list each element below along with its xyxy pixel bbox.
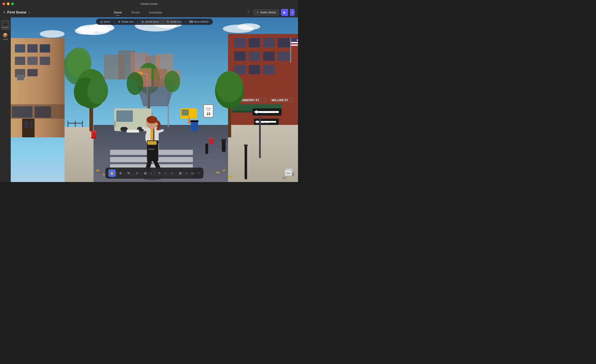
- mouse-icon-1: 🖱: [118, 20, 121, 23]
- svg-text:Y: Y: [283, 175, 283, 176]
- snap-tool-button[interactable]: ⌖: [156, 169, 163, 177]
- sidebar-item-explorer[interactable]: 🗂 Explorer: [1, 19, 10, 30]
- maximize-button[interactable]: [11, 2, 14, 5]
- separator-4: [185, 20, 185, 23]
- tab-terrain[interactable]: Terrain: [127, 9, 144, 15]
- svg-point-81: [103, 174, 105, 175]
- transform-tool-group: ⊕ ▾: [142, 169, 153, 177]
- control-rotate[interactable]: 🖱 Rotate view: [118, 20, 134, 23]
- move-label: Move (WASD): [194, 21, 209, 23]
- rotate-label: Rotate view: [122, 21, 134, 23]
- viewport[interactable]: CRANBERRY ST WILLOW ST: [11, 17, 298, 182]
- scale-tool-button[interactable]: ⤢: [133, 169, 141, 177]
- svg-rect-23: [27, 44, 38, 52]
- scene-title: First Scene: [7, 10, 26, 15]
- svg-point-80: [96, 169, 99, 171]
- svg-rect-36: [12, 106, 32, 118]
- frame-tool-button[interactable]: ▭: [189, 169, 196, 177]
- transform-tool-dropdown[interactable]: ▾: [149, 169, 153, 177]
- svg-rect-29: [27, 69, 38, 76]
- svg-text:SPEED: SPEED: [206, 107, 211, 109]
- control-pan[interactable]: 🖱 (Hold) Pan: [166, 20, 181, 23]
- svg-text:Z: Z: [285, 176, 286, 177]
- tab-gameplay[interactable]: Gameplay: [145, 9, 166, 15]
- svg-rect-33: [24, 121, 28, 128]
- cursor-icon: ◎: [100, 20, 103, 23]
- svg-rect-48: [278, 38, 290, 47]
- svg-rect-158: [205, 144, 208, 154]
- svg-rect-130: [259, 117, 261, 158]
- svg-text:Right: Right: [292, 173, 294, 176]
- svg-rect-22: [15, 44, 25, 52]
- svg-rect-106: [127, 130, 139, 132]
- chevron-down-icon[interactable]: ∨: [29, 11, 30, 14]
- svg-point-149: [216, 71, 243, 102]
- play-button[interactable]: ▶: [281, 9, 288, 16]
- svg-rect-59: [291, 42, 298, 43]
- svg-rect-50: [249, 51, 260, 61]
- help-button[interactable]: ?: [246, 9, 251, 15]
- svg-rect-47: [263, 38, 275, 47]
- control-zoom[interactable]: 🖱 (Scroll) Zoom: [141, 20, 159, 23]
- minimize-button[interactable]: [7, 2, 9, 5]
- svg-rect-55: [263, 65, 275, 74]
- mouse-icon-2: 🖱: [141, 20, 144, 23]
- control-select[interactable]: ◎ Select: [100, 20, 110, 23]
- svg-line-168: [283, 177, 285, 179]
- window-title: Yahaha Studio: [140, 2, 158, 5]
- svg-rect-46: [249, 38, 260, 47]
- svg-rect-41: [68, 123, 83, 124]
- asset-library-label: Asset Library: [260, 11, 276, 14]
- svg-rect-54: [249, 65, 260, 74]
- svg-rect-25: [15, 57, 25, 65]
- control-move[interactable]: ⌨ Move (WASD): [189, 20, 209, 23]
- svg-rect-100: [116, 110, 133, 122]
- transform-tool-button[interactable]: ⊕: [142, 169, 149, 177]
- asset-library-button[interactable]: ✦ Asset Library: [253, 9, 279, 15]
- svg-rect-26: [27, 57, 38, 65]
- snap-tool-dropdown[interactable]: ▾: [164, 169, 167, 177]
- pan-label: (Hold) Pan: [170, 21, 181, 23]
- separator-2: [137, 20, 137, 23]
- grid-tool-dropdown[interactable]: ▾: [184, 169, 188, 177]
- frame-tool-dropdown[interactable]: ▾: [197, 169, 201, 177]
- svg-rect-133: [150, 128, 153, 141]
- svg-text:YAHAHA: YAHAHA: [148, 148, 155, 150]
- svg-text:Front: Front: [286, 172, 290, 174]
- snap-tool-group: ⌖ ▾: [156, 169, 167, 177]
- svg-rect-37: [35, 106, 51, 118]
- svg-rect-34: [30, 121, 32, 128]
- keyboard-icon: ⌨: [189, 20, 193, 23]
- svg-point-6: [40, 30, 65, 38]
- svg-rect-101: [120, 127, 128, 131]
- circle-tool-button[interactable]: ○: [168, 169, 176, 177]
- svg-rect-134: [153, 128, 154, 141]
- toolbar-separator-1: [154, 171, 155, 175]
- close-button[interactable]: [2, 2, 5, 5]
- sidebar-item-assets[interactable]: 📦 Assets: [1, 31, 10, 42]
- svg-rect-51: [263, 51, 275, 61]
- hamburger-menu-icon[interactable]: ≡: [3, 11, 5, 14]
- grid-tool-button[interactable]: ⊞: [177, 169, 184, 177]
- svg-rect-113: [221, 139, 226, 141]
- hand-tool-button[interactable]: ✋: [108, 169, 116, 177]
- svg-point-8: [237, 23, 260, 30]
- svg-rect-160: [244, 145, 248, 146]
- svg-rect-60: [291, 44, 298, 46]
- svg-point-84: [216, 171, 219, 174]
- orientation-cube[interactable]: Front Right X Y Z: [282, 166, 296, 180]
- svg-rect-116: [191, 121, 198, 131]
- tab-scene[interactable]: Scene: [110, 9, 126, 15]
- svg-rect-61: [291, 38, 297, 42]
- svg-text:X: X: [286, 178, 287, 179]
- move-tool-button[interactable]: ✛: [117, 169, 124, 177]
- rotate-tool-button[interactable]: ↻: [125, 169, 133, 177]
- svg-rect-115: [209, 138, 214, 139]
- titlebar: Yahaha Studio: [0, 0, 298, 7]
- svg-rect-20: [11, 38, 65, 137]
- svg-rect-111: [91, 137, 97, 138]
- traffic-lights: [2, 2, 14, 5]
- sparkle-icon: ✦: [256, 11, 259, 14]
- svg-rect-56: [290, 38, 291, 63]
- play-dropdown-button[interactable]: ▾: [290, 9, 295, 16]
